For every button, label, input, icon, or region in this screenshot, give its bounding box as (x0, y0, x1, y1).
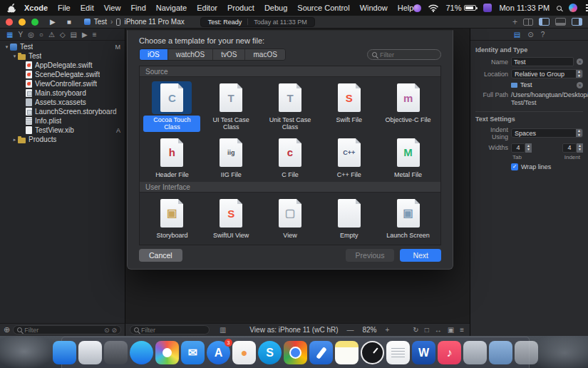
editor-options-icon[interactable] (523, 19, 533, 26)
dock-app-skype[interactable]: S (258, 341, 282, 364)
menu-item-edit[interactable]: Edit (81, 4, 94, 12)
template-storyboard[interactable]: ▣Storyboard (143, 197, 202, 240)
canvas-grid-icon[interactable]: ▣ (448, 326, 454, 334)
dock-app-photos[interactable] (155, 341, 179, 364)
template-swiftui-view[interactable]: SSwiftUI View (202, 197, 261, 240)
stepper-arrows-icon[interactable]: ▲▼ (577, 143, 583, 153)
breakpoint-navigator-icon[interactable]: ▶ (82, 31, 88, 39)
toggle-navigator-button[interactable] (539, 18, 550, 26)
spotlight-search-icon[interactable] (557, 6, 562, 11)
disclosure-icon[interactable]: ▾ (4, 44, 10, 50)
menu-item-editor[interactable]: Editor (197, 4, 217, 12)
platform-tab-tvos[interactable]: tvOS (213, 49, 245, 60)
find-navigator-icon[interactable]: ○ (39, 31, 43, 39)
siri-icon[interactable] (569, 4, 577, 12)
zoom-level[interactable]: 82% (363, 326, 377, 334)
tree-row-assets-xcassets[interactable]: Assets.xcassets (0, 98, 125, 107)
debug-navigator-icon[interactable]: ▤ (71, 31, 77, 39)
template-objective-c-file[interactable]: mObjective-C File (378, 81, 438, 132)
previous-button[interactable]: Previous (346, 249, 395, 262)
dock-app-safari[interactable] (130, 341, 153, 364)
toggle-debug-area-button[interactable] (555, 18, 566, 26)
menu-item-help[interactable]: Help (398, 4, 414, 12)
debug-filter-field[interactable] (130, 325, 210, 334)
view-as-label[interactable]: View as: iPhone 11 (wC hR) (249, 326, 338, 334)
clear-group-icon[interactable]: × (577, 82, 583, 88)
platform-tab-ios[interactable]: iOS (140, 49, 168, 60)
menu-item-navigate[interactable]: Navigate (156, 4, 187, 12)
canvas-fit-icon[interactable]: ↔ (435, 326, 442, 334)
template-header-file[interactable]: hHeader File (143, 136, 202, 179)
tree-row-test[interactable]: ▾Test (0, 51, 125, 61)
template-swift-file[interactable]: SSwift File (319, 81, 378, 132)
canvas-settings-icon[interactable]: ≡ (460, 326, 464, 334)
library-add-icon[interactable]: + (512, 17, 517, 27)
location-popup[interactable]: Relative to Group ▲▼ (511, 69, 583, 78)
platform-tab-macos[interactable]: macOS (245, 49, 284, 60)
dock-app-music[interactable]: ♪ (438, 341, 461, 364)
dock-app-launchpad[interactable] (78, 341, 102, 364)
template-empty[interactable]: Empty (319, 197, 378, 240)
tree-row-scenedelegate-swift[interactable]: SceneDelegate.swift (0, 70, 125, 79)
tree-row-appdelegate-swift[interactable]: AppDelegate.swift (0, 61, 125, 70)
dock-app-downloads-folder[interactable] (489, 341, 512, 364)
clear-name-icon[interactable]: × (577, 58, 583, 65)
tree-row-viewcontroller-swift[interactable]: ViewController.swift (0, 79, 125, 88)
dock-app-clock[interactable] (361, 341, 384, 364)
tree-row-info-plist[interactable]: Info.plist (0, 116, 125, 126)
dock-app-chrome[interactable] (284, 341, 307, 364)
dock-app-reminders[interactable]: ● (232, 341, 256, 364)
navigator-filter-input[interactable] (24, 327, 102, 334)
add-file-icon[interactable]: ⊕ (4, 325, 10, 334)
editor-mode-icon[interactable]: ▥ (220, 326, 226, 334)
source-control-navigator-icon[interactable]: Y (18, 31, 23, 39)
toggle-inspector-button[interactable] (572, 18, 582, 26)
menu-clock[interactable]: Mon 11:33 PM (499, 4, 550, 12)
dock-app-notes[interactable] (335, 341, 359, 364)
wifi-icon[interactable] (428, 4, 438, 12)
test-navigator-icon[interactable]: ◇ (60, 31, 66, 39)
zoom-in-button[interactable]: + (386, 326, 390, 334)
menu-item-product[interactable]: Product (227, 4, 254, 12)
scheme-selector[interactable]: Test › iPhone 11 Pro Max (84, 18, 185, 26)
tree-row-products[interactable]: ▸Products (0, 135, 125, 144)
template-filter-input[interactable] (380, 51, 436, 58)
template-c-file[interactable]: cC File (261, 136, 320, 179)
menu-item-source-control[interactable]: Source Control (297, 4, 349, 12)
dock-app-mail[interactable]: ✉ (181, 341, 205, 364)
menu-item-view[interactable]: View (104, 4, 121, 12)
indent-width-stepper[interactable]: 4 ▲▼ (562, 143, 583, 153)
cancel-button[interactable]: Cancel (139, 249, 182, 262)
template-filter-field[interactable] (367, 49, 441, 60)
template-unit-test-case-class[interactable]: TUnit Test Case Class (261, 81, 320, 132)
navigator-filter-field[interactable]: ⊙ ⊘ (13, 325, 121, 334)
recording-status-icon[interactable] (413, 4, 421, 12)
indent-using-popup[interactable]: Spaces ▲▼ (511, 128, 583, 138)
tab-width-stepper[interactable]: 4 ▲▼ (511, 143, 532, 153)
template-metal-file[interactable]: MMetal File (378, 136, 438, 179)
history-inspector-icon[interactable]: ⊙ (527, 31, 533, 39)
dock-app-preview[interactable] (463, 341, 487, 364)
tree-row-test[interactable]: ▾TestM (0, 42, 125, 51)
name-field[interactable] (511, 57, 574, 66)
menu-item-window[interactable]: Window (360, 4, 388, 12)
dock-app-textedit[interactable] (386, 341, 410, 364)
disclosure-icon[interactable]: ▾ (11, 53, 18, 59)
window-zoom-button[interactable] (31, 19, 38, 26)
next-button[interactable]: Next (400, 249, 441, 262)
scm-status-filter-icon[interactable]: ⊘ (111, 327, 117, 334)
symbol-navigator-icon[interactable]: ◎ (28, 31, 34, 39)
recent-files-filter-icon[interactable]: ⊙ (104, 327, 110, 334)
tree-row-main-storyboard[interactable]: Main.storyboard (0, 88, 125, 98)
wrap-lines-checkbox[interactable]: ✓ (511, 163, 518, 170)
dock-app-word[interactable]: W (412, 341, 435, 364)
zoom-out-button[interactable]: — (347, 326, 354, 334)
debug-filter-input[interactable] (141, 327, 205, 334)
template-ui-test-case-class[interactable]: TUI Test Case Class (202, 81, 261, 132)
apple-menu-icon[interactable] (7, 4, 16, 13)
template-cocoa-touch-class[interactable]: CCocoa Touch Class (143, 81, 202, 132)
issue-navigator-icon[interactable]: ⚠ (48, 31, 55, 39)
tree-row-testview-xib[interactable]: TestView.xibA (0, 126, 125, 135)
dock-app-system-preferences[interactable] (104, 341, 128, 364)
disclosure-icon[interactable]: ▸ (11, 137, 18, 143)
